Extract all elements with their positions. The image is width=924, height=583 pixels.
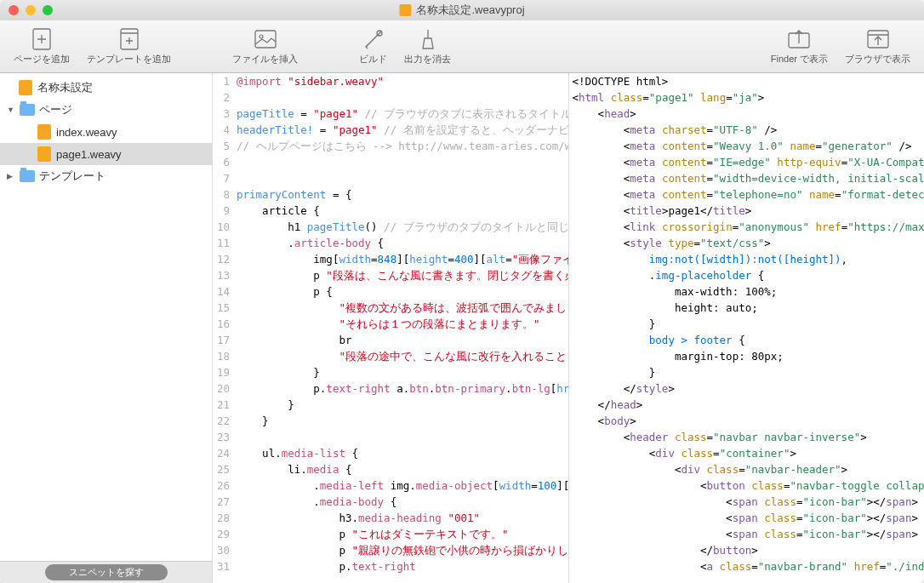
tree-file-index[interactable]: index.weavy (0, 121, 212, 143)
code-line[interactable]: </button> (569, 542, 925, 558)
code-line[interactable]: 17 br (213, 332, 568, 348)
browser-icon (866, 27, 890, 51)
code-line[interactable]: 5// ヘルプページはこちら --> http://www.team-aries… (213, 138, 568, 154)
code-line[interactable]: <span class="icon-bar"></span> (569, 510, 925, 526)
code-line[interactable]: <div class="container"> (569, 445, 925, 461)
code-line[interactable]: 16 "それらは１つの段落にまとまります。" (213, 316, 568, 332)
minimize-button[interactable] (26, 5, 36, 15)
window-title-text: 名称未設定.weavyproj (416, 3, 524, 18)
disclosure-triangle-icon[interactable]: ▼ (7, 106, 15, 114)
code-line[interactable]: 21 } (213, 397, 568, 413)
code-line[interactable]: 19 } (213, 364, 568, 380)
clear-output-button[interactable]: 出力を消去 (399, 24, 456, 69)
tool-label: 出力を消去 (404, 53, 451, 66)
tree-file-page1[interactable]: page1.weavy (0, 143, 212, 165)
file-icon (37, 124, 51, 140)
tree-label: page1.weavy (56, 148, 122, 161)
code-line[interactable]: 13 p "段落は、こんな風に書きます。閉じタグを書く必要 (213, 267, 568, 283)
find-snippet-button[interactable]: スニペットを探す (45, 564, 168, 580)
code-line[interactable]: <span class="icon-bar"></span> (569, 526, 925, 542)
code-line[interactable]: <meta content="telephone=no" name="forma… (569, 186, 925, 203)
code-line[interactable]: 14 p { (213, 283, 568, 300)
window-controls (9, 5, 53, 15)
app-window: 名称未設定.weavyproj ページを追加 テンプレートを追加 ファイル (0, 0, 924, 583)
code-line[interactable]: <a class="navbar-brand" href="./index (569, 558, 925, 574)
code-line[interactable]: } (569, 364, 925, 380)
add-page-button[interactable]: ページを追加 (9, 24, 75, 69)
code-line[interactable]: 31 p.text-right (213, 558, 568, 574)
code-line[interactable]: 1@import "sidebar.weavy" (213, 73, 568, 89)
code-line[interactable]: </style> (569, 380, 925, 397)
code-line[interactable]: 30 p "親譲りの無鉄砲で小供の時から損ばかりしてい (213, 542, 568, 558)
code-line[interactable]: 27 .media-body { (213, 494, 568, 510)
show-finder-button[interactable]: Finder で表示 (766, 24, 833, 69)
code-line[interactable]: 25 li.media { (213, 461, 568, 477)
code-line[interactable]: max-width: 100%; (569, 283, 925, 300)
code-line[interactable]: 3pageTitle = "page1" // ブラウザのタブに表示されるタイト… (213, 106, 568, 122)
code-line[interactable]: img:not([width]):not([height]), (569, 251, 925, 267)
insert-file-button[interactable]: ファイルを挿入 (227, 24, 303, 69)
tool-label: ファイルを挿入 (232, 53, 298, 66)
tree-folder-templates[interactable]: ▶ テンプレート (0, 165, 212, 187)
code-line[interactable]: </head> (569, 397, 925, 413)
output-preview[interactable]: <!DOCTYPE html><html class="page1" lang=… (569, 73, 925, 583)
show-browser-button[interactable]: ブラウザで表示 (840, 24, 915, 69)
code-line[interactable]: <header class="navbar navbar-inverse"> (569, 429, 925, 445)
tool-label: テンプレートを追加 (87, 53, 171, 66)
code-line[interactable]: 22 } (213, 413, 568, 429)
code-line[interactable]: 28 h3.media-heading "001" (213, 510, 568, 526)
code-line[interactable]: <meta charset="UTF-8" /> (569, 122, 925, 138)
code-line[interactable]: 12 img[width=848][height=400][alt="画像ファイ (213, 251, 568, 267)
code-line[interactable]: 7 (213, 170, 568, 186)
code-line[interactable]: <link crossorigin="anonymous" href="http… (569, 219, 925, 235)
code-line[interactable]: 4headerTitle! = "page1" // 名前を設定すると、ヘッダー… (213, 122, 568, 138)
code-line[interactable]: <button class="navbar-toggle collapse (569, 477, 925, 494)
code-line[interactable]: margin-top: 80px; (569, 348, 925, 364)
code-line[interactable]: 23 (213, 429, 568, 445)
code-line[interactable]: <body> (569, 413, 925, 429)
code-line[interactable]: <!DOCTYPE html> (569, 73, 925, 89)
add-template-button[interactable]: テンプレートを追加 (82, 24, 176, 69)
code-line[interactable]: <meta content="IE=edge" http-equiv="X-UA… (569, 154, 925, 170)
folder-icon (20, 170, 35, 182)
file-tree[interactable]: 名称未設定 ▼ ページ index.weavy page1.weavy ▶ (0, 73, 212, 561)
code-line[interactable]: <html class="page1" lang="ja"> (569, 89, 925, 106)
code-line[interactable]: 29 p "これはダミーテキストです。" (213, 526, 568, 542)
code-line[interactable]: 20 p.text-right a.btn.btn-primary.btn-lg… (213, 380, 568, 397)
tool-label: ページを追加 (14, 53, 70, 66)
code-line[interactable]: height: auto; (569, 300, 925, 316)
window-title: 名称未設定.weavyproj (399, 3, 524, 18)
code-line[interactable]: 9 article { (213, 203, 568, 219)
code-line[interactable]: 10 h1 pageTitle() // ブラウザのタブのタイトルと同じテ (213, 219, 568, 235)
code-line[interactable]: .img-placeholder { (569, 267, 925, 283)
brush-icon (416, 27, 440, 51)
editors: 1@import "sidebar.weavy"23pageTitle = "p… (213, 73, 924, 583)
source-editor[interactable]: 1@import "sidebar.weavy"23pageTitle = "p… (213, 73, 569, 583)
code-line[interactable]: <span class="icon-bar"></span> (569, 494, 925, 510)
code-line[interactable]: 24 ul.media-list { (213, 445, 568, 461)
code-line[interactable]: <style type="text/css"> (569, 235, 925, 251)
tree-root[interactable]: 名称未設定 (0, 77, 212, 99)
zoom-button[interactable] (43, 5, 53, 15)
code-line[interactable]: <title>page1</title> (569, 203, 925, 219)
code-line[interactable]: 11 .article-body { (213, 235, 568, 251)
tree-label: 名称未設定 (37, 80, 93, 95)
code-line[interactable]: <meta content="width=device-width, initi… (569, 170, 925, 186)
disclosure-triangle-icon[interactable]: ▶ (7, 172, 15, 180)
code-line[interactable]: body > footer { (569, 332, 925, 348)
code-line[interactable]: 8primaryContent = { (213, 186, 568, 203)
code-line[interactable]: <div class="navbar-header"> (569, 461, 925, 477)
build-button[interactable]: ビルド (354, 24, 392, 69)
code-line[interactable]: 6 (213, 154, 568, 170)
tree-folder-pages[interactable]: ▼ ページ (0, 99, 212, 121)
code-line[interactable]: 18 "段落の途中で、こんな風に改行を入れることもで (213, 348, 568, 364)
close-button[interactable] (9, 5, 19, 15)
code-line[interactable]: 2 (213, 89, 568, 106)
code-line[interactable]: <head> (569, 106, 925, 122)
titlebar[interactable]: 名称未設定.weavyproj (0, 0, 924, 20)
code-line[interactable]: 26 .media-left img.media-object[width=10… (213, 477, 568, 494)
content-area: 名称未設定 ▼ ページ index.weavy page1.weavy ▶ (0, 73, 924, 583)
code-line[interactable]: <meta content="Weavy 1.0" name="generato… (569, 138, 925, 154)
code-line[interactable]: 15 "複数の文がある時は、波括弧で囲んでみましょう (213, 300, 568, 316)
code-line[interactable]: } (569, 316, 925, 332)
